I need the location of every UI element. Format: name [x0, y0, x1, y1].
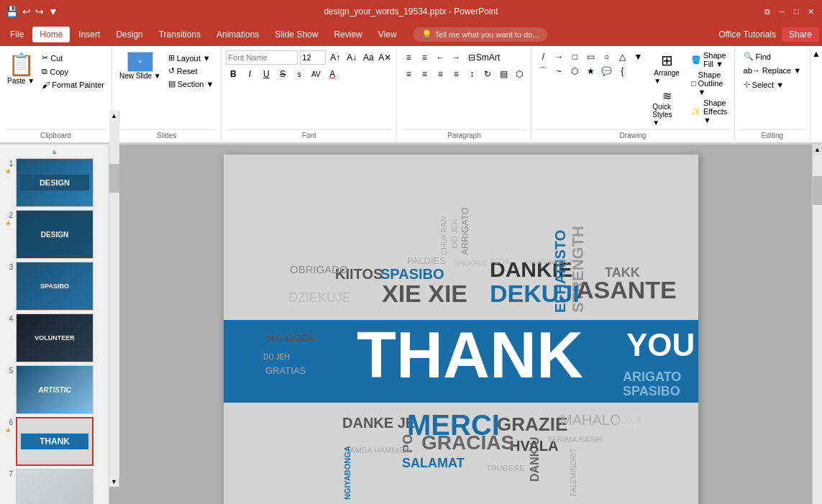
strikethrough-button[interactable]: S — [275, 67, 290, 81]
shape-curve[interactable]: ~ — [552, 65, 566, 78]
select-button[interactable]: ⊹ Select ▼ — [739, 78, 789, 91]
menu-design[interactable]: Design — [109, 27, 150, 42]
customize-qa-button[interactable]: ▼ — [48, 6, 58, 17]
restore-button[interactable]: ⧉ — [762, 6, 773, 17]
undo-button[interactable]: ↩ — [22, 6, 31, 17]
font-size-input[interactable] — [300, 50, 326, 65]
justify-button[interactable]: ≡ — [449, 67, 463, 81]
new-slide-button[interactable]: + New Slide ▼ — [117, 50, 164, 81]
shape-star[interactable]: ★ — [583, 65, 598, 78]
slide-thumb-img-2[interactable]: DESIGN — [16, 210, 93, 259]
copy-button[interactable]: ⧉ Copy — [39, 65, 107, 78]
shape-ellipse[interactable]: ○ — [599, 50, 613, 63]
italic-button[interactable]: I — [242, 67, 257, 81]
paste-button[interactable]: 📋 Paste ▼ — [4, 50, 37, 86]
slide-thumb-img-7[interactable] — [16, 469, 93, 504]
shadow-button[interactable]: s — [292, 67, 306, 81]
window-title: design_your_words_19534.pptx - PowerPoin… — [324, 6, 498, 17]
left-scrollbar[interactable]: ▲ ▼ — [109, 145, 119, 487]
shape-custom[interactable]: { — [615, 65, 629, 78]
slide-thumb-7[interactable]: 7 ★ — [3, 469, 106, 504]
share-button[interactable]: Share — [782, 27, 819, 42]
numbered-list-button[interactable]: ≡ — [417, 50, 431, 65]
align-text-button[interactable]: ▤ — [496, 67, 511, 81]
shape-rect[interactable]: □ — [567, 50, 582, 63]
slide-thumb-img-5[interactable]: ARTISTIC — [16, 365, 93, 414]
scroll-down-btn[interactable]: ▼ — [109, 477, 119, 487]
menu-review[interactable]: Review — [326, 27, 369, 42]
redo-button[interactable]: ↪ — [35, 6, 44, 17]
scroll-thumb-left[interactable] — [109, 164, 119, 193]
increase-indent-button[interactable]: → — [449, 50, 463, 65]
underline-button[interactable]: U — [259, 67, 273, 81]
slide-thumb-img-4[interactable]: VOLUNTEER — [16, 313, 93, 362]
shape-polygon[interactable]: ⬡ — [567, 65, 582, 78]
slide-thumb-6[interactable]: 6 ★ THANK — [3, 417, 106, 466]
canvas-area[interactable]: ▲ ▼ THANK YOU ARIGATO SPASIBO DANKIE — [109, 145, 812, 504]
slide-thumb-5[interactable]: 5 ★ ARTISTIC — [3, 365, 106, 414]
align-right-button[interactable]: ≡ — [433, 67, 447, 81]
slide-thumb-3[interactable]: 3 ★ SPASIBO — [3, 262, 106, 311]
shape-arc[interactable]: ⌒ — [536, 65, 550, 78]
slide-canvas[interactable]: THANK YOU ARIGATO SPASIBO DANKIE ARRIGAT… — [224, 155, 698, 504]
close-button[interactable]: ✕ — [805, 6, 816, 17]
cut-button[interactable]: ✂ Cut — [39, 52, 107, 64]
slide-thumb-img-6[interactable]: THANK — [16, 417, 93, 466]
menu-file[interactable]: File — [3, 27, 31, 42]
shape-triangle[interactable]: △ — [615, 50, 629, 63]
replace-button[interactable]: ab→ Replace ▼ — [739, 65, 806, 76]
shape-callout[interactable]: 💬 — [599, 65, 613, 78]
reset-button[interactable]: ↺ Reset — [165, 65, 217, 77]
menu-slideshow[interactable]: Slide Show — [268, 27, 325, 42]
layout-button[interactable]: ⊞ Layout ▼ — [165, 52, 217, 64]
align-center-button[interactable]: ≡ — [417, 67, 431, 81]
line-spacing-button[interactable]: ↕ — [465, 67, 479, 81]
clear-formatting-button[interactable]: A✕ — [378, 50, 392, 65]
save-button[interactable]: 💾 — [6, 6, 18, 17]
slide-thumb-img-3[interactable]: SPASIBO — [16, 262, 93, 311]
slide-panel-scroll-up[interactable]: ▲ — [3, 147, 106, 155]
shape-effects-button[interactable]: ✨ Shape Effects ▼ — [688, 98, 730, 125]
slide-thumb-4[interactable]: 4 ★ VOLUNTEER — [3, 313, 106, 362]
right-scrollbar[interactable]: ▲ ▼ — [812, 145, 822, 504]
character-spacing-button[interactable]: AV — [309, 67, 323, 81]
maximize-button[interactable]: □ — [790, 6, 802, 17]
shape-fill-button[interactable]: 🪣 Shape Fill ▼ — [688, 50, 730, 69]
font-size-increase-button[interactable]: A↑ — [328, 50, 342, 65]
font-name-input[interactable] — [226, 50, 298, 65]
shape-rounded-rect[interactable]: ▭ — [583, 50, 598, 63]
office-tutorials-link[interactable]: Office Tutorials — [718, 29, 776, 40]
slide-thumb-1[interactable]: 1 ★ DESIGN — [3, 158, 106, 207]
arrange-button[interactable]: ⊞ Arrange ▼ — [649, 50, 684, 86]
menu-insert[interactable]: Insert — [71, 27, 107, 42]
bold-button[interactable]: B — [226, 67, 240, 81]
tell-me-input[interactable]: 💡 Tell me what you want to do... — [413, 27, 548, 42]
menu-view[interactable]: View — [371, 27, 404, 42]
font-color-button[interactable]: A — [325, 67, 339, 81]
minimize-button[interactable]: ─ — [776, 6, 787, 17]
scroll-up-right-button[interactable]: ▲ — [813, 145, 823, 155]
bullet-list-button[interactable]: ≡ — [401, 50, 416, 65]
shape-arrow[interactable]: → — [552, 50, 566, 63]
format-painter-button[interactable]: 🖌 Format Painter — [39, 79, 107, 91]
text-direction-button[interactable]: ↻ — [480, 67, 495, 81]
align-left-button[interactable]: ≡ — [401, 67, 416, 81]
slide-thumb-2[interactable]: 2 ★ DESIGN — [3, 210, 106, 259]
shape-line[interactable]: / — [536, 50, 550, 63]
shape-more[interactable]: ▼ — [631, 50, 645, 63]
slide-thumb-img-1[interactable]: DESIGN — [16, 158, 93, 207]
shape-outline-button[interactable]: □ Shape Outline ▼ — [688, 70, 730, 97]
quick-styles-button[interactable]: ≋ Quick Styles ▼ — [649, 88, 684, 128]
convert-smartart-button[interactable]: ⬡ — [512, 67, 526, 81]
font-size-decrease-button[interactable]: A↓ — [344, 50, 359, 65]
collapse-ribbon-button[interactable]: ▲ — [810, 47, 822, 141]
menu-animations[interactable]: Animations — [209, 27, 266, 42]
find-button[interactable]: 🔍 Find — [739, 50, 775, 63]
font-case-button[interactable]: Aa — [361, 50, 375, 65]
menu-home[interactable]: Home — [32, 27, 70, 42]
menu-transitions[interactable]: Transitions — [152, 27, 208, 42]
smart-art-button[interactable]: SmArt — [480, 50, 495, 65]
scroll-thumb-right[interactable] — [813, 176, 823, 205]
section-button[interactable]: ▤ Section ▼ — [165, 78, 217, 90]
decrease-indent-button[interactable]: ← — [433, 50, 447, 65]
